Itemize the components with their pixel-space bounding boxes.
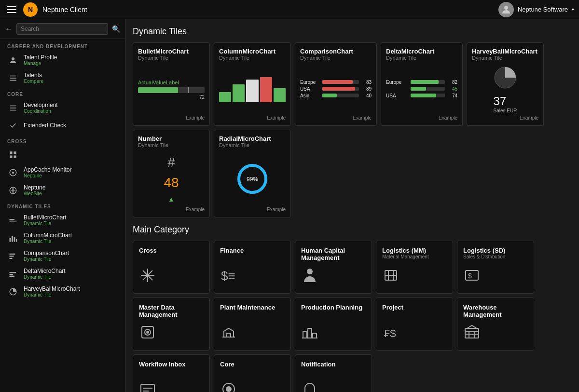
section-dynamic-tiles: DYNAMIC TILES: [0, 199, 125, 211]
sidebar-item-grid[interactable]: [0, 146, 125, 163]
svg-rect-12: [12, 236, 13, 242]
delta-sub: Dynamic Tile: [24, 274, 66, 280]
appcache-icon: [7, 167, 19, 178]
column-bar-1: [219, 92, 231, 102]
search-input[interactable]: [16, 23, 108, 35]
plant-icon: [220, 324, 285, 344]
category-tile-plant[interactable]: Plant Maintenance: [214, 297, 291, 351]
sidebar-item-extended-check[interactable]: Extended Check: [0, 117, 125, 134]
tile-harvey[interactable]: HarveyBallMicroChart Dynamic Tile 37 Sal…: [467, 42, 544, 126]
finance-icon: $≡: [220, 267, 285, 287]
column-sub: Dynamic Tile: [24, 239, 72, 244]
category-finance-title: Finance: [220, 247, 285, 254]
tile-delta-example: Example: [386, 115, 457, 121]
extended-check-label: Extended Check: [24, 122, 66, 129]
sidebar-search-bar: ← 🔍: [0, 19, 125, 39]
category-tile-core[interactable]: Core: [214, 354, 291, 392]
tile-comparison[interactable]: ComparisonChart Dynamic Tile Europe 83 U…: [295, 42, 377, 126]
svg-rect-35: [303, 331, 307, 338]
sidebar-item-neptune[interactable]: Neptune WebSite: [0, 181, 125, 199]
category-tile-notification[interactable]: Notification: [295, 354, 372, 392]
tile-column-example: Example: [219, 115, 286, 121]
column-chart: [219, 75, 286, 104]
bullet-actual-label: ActualValueLabel: [138, 80, 205, 85]
warehouse-icon: [463, 324, 528, 344]
category-mdm-title: Master Data Management: [139, 304, 204, 318]
delta-label-europe: Europe: [386, 80, 408, 85]
sidebar-item-harvey[interactable]: HarveyBallMicroChart Dynamic Tile: [0, 283, 125, 300]
harvey-chart: [493, 66, 517, 90]
sidebar-item-delta[interactable]: DeltaMicroChart Dynamic Tile: [0, 265, 125, 283]
back-button[interactable]: ←: [5, 25, 13, 33]
category-notification-title: Notification: [301, 361, 366, 368]
tile-comparison-title: ComparisonChart: [300, 48, 372, 55]
column-bar-3: [246, 80, 258, 102]
category-tile-mdm[interactable]: Master Data Management: [133, 297, 210, 351]
tile-harvey-subtitle: Dynamic Tile: [472, 55, 538, 61]
category-grid: Cross Finance $≡: [133, 241, 572, 392]
bullet-sub: Dynamic Tile: [24, 221, 67, 226]
sidebar-item-development[interactable]: Development Coordination: [0, 99, 125, 117]
sidebar-item-comparison[interactable]: ComparisonChart Dynamic Tile: [0, 247, 125, 265]
category-tile-cross[interactable]: Cross: [133, 241, 210, 294]
svg-text:₣$: ₣$: [384, 327, 396, 339]
topbar-right: Neptune Software ▾: [498, 2, 574, 17]
category-tile-logistics-sd[interactable]: Logistics (SD) Sales & Distribution $: [457, 241, 534, 294]
logistics-mm-icon: [382, 267, 447, 287]
neptune-label: Neptune: [24, 184, 45, 191]
category-tile-hcm[interactable]: Human Capital Management: [295, 241, 372, 294]
tile-bullet[interactable]: BulletMicroChart Dynamic Tile ActualValu…: [133, 42, 210, 126]
svg-rect-9: [10, 219, 15, 220]
svg-rect-36: [308, 328, 312, 338]
harvey-number: 37: [494, 95, 517, 108]
sidebar-item-appcache[interactable]: AppCache Monitor Neptune: [0, 163, 125, 181]
column-bar-5: [274, 88, 286, 102]
category-tile-project[interactable]: Project ₣$: [376, 297, 453, 351]
delta-row-3: USA 74: [386, 93, 457, 98]
sidebar-item-talents[interactable]: Talents Compare: [0, 69, 125, 87]
svg-rect-29: [466, 270, 478, 280]
sidebar-item-talent-profile[interactable]: Talent Profile Manage: [0, 51, 125, 69]
neptune-icon: [7, 185, 19, 196]
number-arrow-icon: ▲: [168, 195, 175, 203]
tile-number[interactable]: Number Dynamic Tile # 48 ▲ Example: [133, 130, 210, 217]
username-label: Neptune Software: [518, 6, 568, 13]
main-layout: ← 🔍 CAREER AND DEVELOPMENT Talent Profil…: [0, 19, 579, 392]
category-core-title: Core: [220, 361, 285, 368]
category-tile-warehouse[interactable]: Warehouse Management: [457, 297, 534, 351]
bullet-chart-icon: [7, 215, 19, 226]
tile-radial[interactable]: RadialMicroChart Dynamic Tile 99% Exampl…: [214, 130, 291, 217]
tile-bullet-title: BulletMicroChart: [138, 48, 205, 55]
tile-column[interactable]: ColumnMicroChart Dynamic Tile Example: [214, 42, 291, 126]
svg-rect-4: [10, 156, 12, 158]
category-warehouse-title: Warehouse Management: [463, 304, 528, 318]
sidebar-item-bullet[interactable]: BulletMicroChart Dynamic Tile: [0, 211, 125, 229]
comparison-label-asia: Asia: [300, 93, 319, 98]
section-career: CAREER AND DEVELOPMENT: [0, 39, 125, 51]
harvey-info: 37 Sales EUR: [494, 95, 517, 113]
comparison-row-1: Europe 83: [300, 80, 372, 85]
talents-label: Talents: [24, 72, 43, 79]
category-logistics-mm-title: Logistics (MM) Material Management: [382, 247, 447, 259]
number-value: 48: [164, 175, 179, 190]
category-tile-logistics-mm[interactable]: Logistics (MM) Material Management: [376, 241, 453, 294]
hcm-icon: [301, 267, 366, 287]
talent-profile-label: Talent Profile: [24, 54, 57, 61]
category-tile-workflow[interactable]: Workflow Inbox: [133, 354, 210, 392]
category-tile-production[interactable]: Production Planning: [295, 297, 372, 351]
category-tile-finance[interactable]: Finance $≡: [214, 241, 291, 294]
delta-label: DeltaMicroChart: [24, 268, 66, 274]
svg-point-33: [147, 331, 149, 333]
tile-delta-content: Europe 82 45 USA 74: [386, 64, 457, 115]
tile-radial-example: Example: [219, 207, 286, 212]
search-icon[interactable]: 🔍: [112, 25, 120, 33]
comparison-label-usa: USA: [300, 86, 319, 92]
tile-delta[interactable]: DeltaMicroChart Dynamic Tile Europe 82 4…: [381, 42, 463, 126]
sidebar-item-column[interactable]: ColumnMicroChart Dynamic Tile: [0, 229, 125, 247]
user-menu-chevron[interactable]: ▾: [572, 7, 574, 12]
svg-rect-3: [14, 151, 16, 154]
sidebar: ← 🔍 CAREER AND DEVELOPMENT Talent Profil…: [0, 19, 125, 392]
comparison-label-europe: Europe: [300, 80, 319, 85]
menu-button[interactable]: [5, 3, 18, 16]
svg-rect-20: [10, 275, 15, 276]
